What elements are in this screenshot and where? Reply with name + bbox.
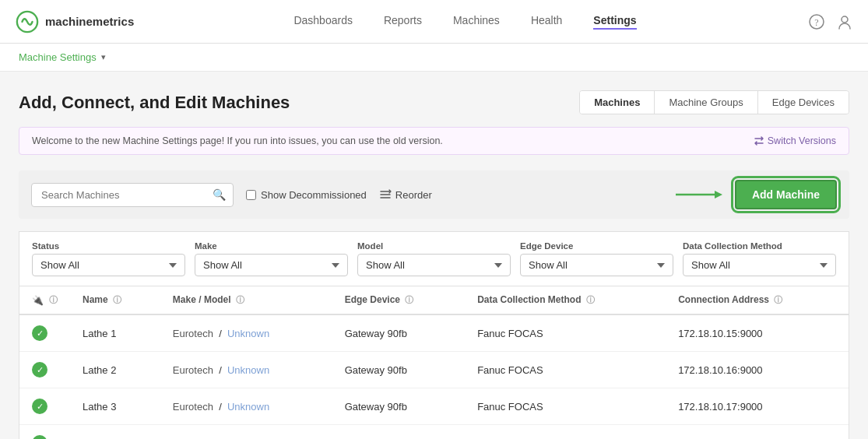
user-button[interactable] xyxy=(837,14,852,30)
machines-table: 🔌 ⓘ Name ⓘ Make / Model ⓘ Edge Device ⓘ xyxy=(19,286,849,439)
col-icons-header: 🔌 ⓘ xyxy=(19,286,70,314)
status-cell-0: ✓ xyxy=(19,314,70,352)
filter-group-edge-device: Edge DeviceShow All xyxy=(520,241,673,276)
filter-group-status: StatusShow All xyxy=(32,241,185,276)
status-icon-2: ✓ xyxy=(32,399,47,414)
status-icon-1: ✓ xyxy=(32,362,47,378)
status-cell-2: ✓ xyxy=(19,388,70,425)
status-icon-3: ✓ xyxy=(32,435,47,439)
toolbar: 🔍 Show Decommissioned Reorder Add Machin… xyxy=(19,170,849,219)
logo-area: machinemetrics xyxy=(16,10,140,33)
page-header: Add, Connect, and Edit Machines Machines… xyxy=(19,90,849,114)
data-collection-cell-0: Fanuc FOCAS xyxy=(465,314,666,352)
breadcrumb-caret: ▾ xyxy=(101,52,106,62)
switch-icon xyxy=(754,135,764,146)
status-icon-0: ✓ xyxy=(32,325,47,341)
name-cell-1: Lathe 2 xyxy=(70,352,160,388)
filter-label-data-collection-method: Data Collection Method xyxy=(683,241,836,251)
connection-cell-2: 172.18.10.17:9000 xyxy=(666,388,849,425)
data-collection-cell-2: Fanuc FOCAS xyxy=(465,388,666,425)
filter-label-edge-device: Edge Device xyxy=(520,241,673,251)
make-model-info-icon: ⓘ xyxy=(236,295,244,304)
table-row[interactable]: ✓ Lathe 1 Eurotech / Unknown Gateway 90f… xyxy=(19,314,849,352)
arrow-indicator xyxy=(676,187,722,202)
filters-row: StatusShow AllMakeShow AllModelShow AllE… xyxy=(19,231,849,286)
top-nav: machinemetrics DashboardsReportsMachines… xyxy=(0,0,868,44)
reorder-icon xyxy=(379,188,392,201)
filter-label-make: Make xyxy=(195,241,348,251)
filter-group-data-collection-method: Data Collection MethodShow All xyxy=(683,241,836,276)
nav-icons: ? xyxy=(790,14,852,30)
logo-text: machinemetrics xyxy=(45,15,134,28)
svg-point-3 xyxy=(842,16,848,23)
nav-link-machines[interactable]: Machines xyxy=(453,14,500,30)
nav-link-dashboards[interactable]: Dashboards xyxy=(293,14,353,30)
plug-icon: 🔌 xyxy=(32,295,44,306)
edge-device-info-icon: ⓘ xyxy=(405,295,413,304)
edge-device-cell-3: Gateway 90fb xyxy=(332,425,465,440)
filter-select-model[interactable]: Show All xyxy=(357,254,511,276)
filter-select-data-collection-method[interactable]: Show All xyxy=(683,254,836,276)
col-connection-header: Connection Address ⓘ xyxy=(666,286,849,314)
nav-link-health[interactable]: Health xyxy=(531,14,562,30)
filter-label-model: Model xyxy=(357,241,511,251)
switch-versions-button[interactable]: Switch Versions xyxy=(754,135,836,146)
tab-machine-groups[interactable]: Machine Groups xyxy=(655,91,757,114)
table-header: 🔌 ⓘ Name ⓘ Make / Model ⓘ Edge Device ⓘ xyxy=(19,286,849,314)
filter-group-model: ModelShow All xyxy=(357,241,511,276)
name-cell-2: Lathe 3 xyxy=(70,388,160,425)
name-info-icon: ⓘ xyxy=(113,295,121,304)
decommissioned-checkbox-label[interactable]: Show Decommissioned xyxy=(246,189,367,201)
model-link-0[interactable]: Unknown xyxy=(227,328,269,339)
make-model-cell-3: Eurotech / Unknown xyxy=(160,425,332,440)
filter-label-status: Status xyxy=(32,241,185,251)
logo-icon xyxy=(16,10,39,33)
make-2: Eurotech xyxy=(173,401,213,413)
filter-select-status[interactable]: Show All xyxy=(32,254,185,276)
machines-table-container: 🔌 ⓘ Name ⓘ Make / Model ⓘ Edge Device ⓘ xyxy=(19,286,849,439)
nav-link-reports[interactable]: Reports xyxy=(384,14,422,30)
search-input[interactable] xyxy=(31,183,234,207)
connection-cell-3: 172.18.10.18:9000 xyxy=(666,425,849,440)
arrow-right-icon xyxy=(676,187,722,202)
make-model-cell-1: Eurotech / Unknown xyxy=(160,352,332,388)
breadcrumb: Machine Settings ▾ xyxy=(0,44,868,72)
decommissioned-checkbox[interactable] xyxy=(246,190,256,200)
filter-select-make[interactable]: Show All xyxy=(195,254,348,276)
name-cell-3: Lathe 4 xyxy=(70,425,160,440)
tab-edge-devices[interactable]: Edge Devices xyxy=(758,91,849,114)
table-row[interactable]: ✓ Lathe 2 Eurotech / Unknown Gateway 90f… xyxy=(19,352,849,388)
info-banner: Welcome to the new Machine Settings page… xyxy=(19,127,849,155)
name-cell-0: Lathe 1 xyxy=(70,314,160,352)
info-icon-header: ⓘ xyxy=(49,294,58,306)
filter-select-edge-device[interactable]: Show All xyxy=(520,254,673,276)
nav-link-settings[interactable]: Settings xyxy=(593,14,636,30)
data-collection-cell-1: Fanuc FOCAS xyxy=(465,352,666,388)
filter-group-make: MakeShow All xyxy=(195,241,348,276)
edge-device-cell-0: Gateway 90fb xyxy=(332,314,465,352)
main-nav: DashboardsReportsMachinesHealthSettings xyxy=(140,14,790,30)
search-icon: 🔍 xyxy=(213,188,226,201)
banner-message: Welcome to the new Machine Settings page… xyxy=(32,135,443,146)
connection-info-icon: ⓘ xyxy=(774,295,782,304)
table-row[interactable]: ✓ Lathe 4 Eurotech / Unknown Gateway 90f… xyxy=(19,425,849,440)
help-button[interactable]: ? xyxy=(809,14,824,30)
col-name-header: Name ⓘ xyxy=(70,286,160,314)
edge-device-cell-1: Gateway 90fb xyxy=(332,352,465,388)
make-model-cell-2: Eurotech / Unknown xyxy=(160,388,332,425)
search-wrapper: 🔍 xyxy=(31,183,234,207)
col-data-collection-header: Data Collection Method ⓘ xyxy=(465,286,666,314)
reorder-button[interactable]: Reorder xyxy=(379,188,432,201)
make-model-cell-0: Eurotech / Unknown xyxy=(160,314,332,352)
tab-group: MachinesMachine GroupsEdge Devices xyxy=(579,90,849,114)
main-content: Add, Connect, and Edit Machines Machines… xyxy=(0,72,868,439)
make-1: Eurotech xyxy=(173,364,213,376)
model-link-1[interactable]: Unknown xyxy=(227,364,269,376)
status-cell-3: ✓ xyxy=(19,425,70,440)
add-machine-button[interactable]: Add Machine xyxy=(735,180,837,209)
tab-machines[interactable]: Machines xyxy=(580,91,655,114)
model-link-2[interactable]: Unknown xyxy=(227,401,269,413)
data-collection-info-icon: ⓘ xyxy=(586,295,595,304)
breadcrumb-link[interactable]: Machine Settings xyxy=(19,51,97,63)
table-row[interactable]: ✓ Lathe 3 Eurotech / Unknown Gateway 90f… xyxy=(19,388,849,425)
